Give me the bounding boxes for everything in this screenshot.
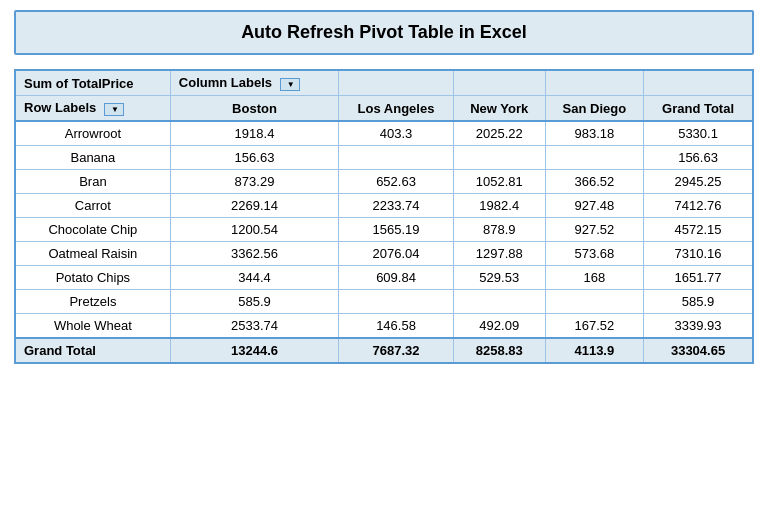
grand-total-cell: 1651.77 (644, 266, 753, 290)
row-label: Oatmeal Raisin (15, 242, 170, 266)
grand-total-cell: 3339.93 (644, 314, 753, 339)
new-york-cell: 529.53 (453, 266, 545, 290)
new-york-cell: 1297.88 (453, 242, 545, 266)
table-row: Bran873.29652.631052.81366.522945.25 (15, 170, 753, 194)
boston-cell: 1200.54 (170, 218, 338, 242)
san-diego-header: San Diego (545, 96, 643, 122)
boston-cell: 156.63 (170, 146, 338, 170)
row-label: Carrot (15, 194, 170, 218)
boston-cell: 2533.74 (170, 314, 338, 339)
los-angeles-cell: 146.58 (339, 314, 454, 339)
new-york-cell (453, 290, 545, 314)
column-labels-cell: Column Labels ▼ (170, 70, 338, 96)
row-label: Arrowroot (15, 121, 170, 146)
table-row: Oatmeal Raisin3362.562076.041297.88573.6… (15, 242, 753, 266)
new-york-cell: 1052.81 (453, 170, 545, 194)
col-header-empty-1 (339, 70, 454, 96)
gt-san-diego: 4113.9 (545, 338, 643, 363)
san-diego-cell: 927.52 (545, 218, 643, 242)
boston-cell: 1918.4 (170, 121, 338, 146)
col-header-empty-3 (545, 70, 643, 96)
new-york-cell: 492.09 (453, 314, 545, 339)
header-row-2: Row Labels ▼ Boston Los Angeles New York… (15, 96, 753, 122)
los-angeles-header: Los Angeles (339, 96, 454, 122)
page-title: Auto Refresh Pivot Table in Excel (14, 10, 754, 55)
table-row: Chocolate Chip1200.541565.19878.9927.524… (15, 218, 753, 242)
row-label: Potato Chips (15, 266, 170, 290)
san-diego-cell: 927.48 (545, 194, 643, 218)
column-labels-dropdown[interactable]: ▼ (280, 78, 300, 91)
new-york-cell: 2025.22 (453, 121, 545, 146)
los-angeles-cell: 403.3 (339, 121, 454, 146)
boston-header: Boston (170, 96, 338, 122)
san-diego-cell (545, 146, 643, 170)
table-row: Arrowroot1918.4403.32025.22983.185330.1 (15, 121, 753, 146)
table-row: Banana156.63156.63 (15, 146, 753, 170)
new-york-header: New York (453, 96, 545, 122)
grand-total-cell: 156.63 (644, 146, 753, 170)
column-labels-arrow-icon: ▼ (287, 80, 295, 89)
row-label: Banana (15, 146, 170, 170)
san-diego-cell: 366.52 (545, 170, 643, 194)
los-angeles-cell: 652.63 (339, 170, 454, 194)
row-label: Pretzels (15, 290, 170, 314)
grand-total-cell: 4572.15 (644, 218, 753, 242)
san-diego-cell: 573.68 (545, 242, 643, 266)
gt-los-angeles: 7687.32 (339, 338, 454, 363)
row-label: Bran (15, 170, 170, 194)
san-diego-cell (545, 290, 643, 314)
los-angeles-cell: 2233.74 (339, 194, 454, 218)
los-angeles-cell (339, 290, 454, 314)
los-angeles-cell: 609.84 (339, 266, 454, 290)
table-row: Potato Chips344.4609.84529.531681651.77 (15, 266, 753, 290)
grand-total-cell: 7310.16 (644, 242, 753, 266)
grand-total-cell: 5330.1 (644, 121, 753, 146)
boston-cell: 585.9 (170, 290, 338, 314)
grand-total-cell: 2945.25 (644, 170, 753, 194)
los-angeles-cell: 1565.19 (339, 218, 454, 242)
grand-total-cell: 7412.76 (644, 194, 753, 218)
los-angeles-cell (339, 146, 454, 170)
san-diego-cell: 983.18 (545, 121, 643, 146)
los-angeles-cell: 2076.04 (339, 242, 454, 266)
header-row-1: Sum of TotalPrice Column Labels ▼ (15, 70, 753, 96)
boston-cell: 3362.56 (170, 242, 338, 266)
boston-cell: 2269.14 (170, 194, 338, 218)
pivot-table: Sum of TotalPrice Column Labels ▼ Row La… (14, 69, 754, 364)
grand-total-row: Grand Total13244.67687.328258.834113.933… (15, 338, 753, 363)
boston-cell: 873.29 (170, 170, 338, 194)
col-header-empty-2 (453, 70, 545, 96)
boston-cell: 344.4 (170, 266, 338, 290)
row-labels-header: Row Labels ▼ (15, 96, 170, 122)
grand-total-label: Grand Total (15, 338, 170, 363)
sum-of-totalprice-label: Sum of TotalPrice (15, 70, 170, 96)
gt-new-york: 8258.83 (453, 338, 545, 363)
new-york-cell (453, 146, 545, 170)
col-header-empty-4 (644, 70, 753, 96)
row-label: Chocolate Chip (15, 218, 170, 242)
san-diego-cell: 168 (545, 266, 643, 290)
row-labels-arrow-icon: ▼ (111, 105, 119, 114)
san-diego-cell: 167.52 (545, 314, 643, 339)
row-labels-dropdown[interactable]: ▼ (104, 103, 124, 116)
new-york-cell: 878.9 (453, 218, 545, 242)
table-row: Pretzels585.9585.9 (15, 290, 753, 314)
table-row: Whole Wheat2533.74146.58492.09167.523339… (15, 314, 753, 339)
grand-total-header: Grand Total (644, 96, 753, 122)
row-label: Whole Wheat (15, 314, 170, 339)
gt-grand-total: 33304.65 (644, 338, 753, 363)
gt-boston: 13244.6 (170, 338, 338, 363)
new-york-cell: 1982.4 (453, 194, 545, 218)
table-row: Carrot2269.142233.741982.4927.487412.76 (15, 194, 753, 218)
grand-total-cell: 585.9 (644, 290, 753, 314)
